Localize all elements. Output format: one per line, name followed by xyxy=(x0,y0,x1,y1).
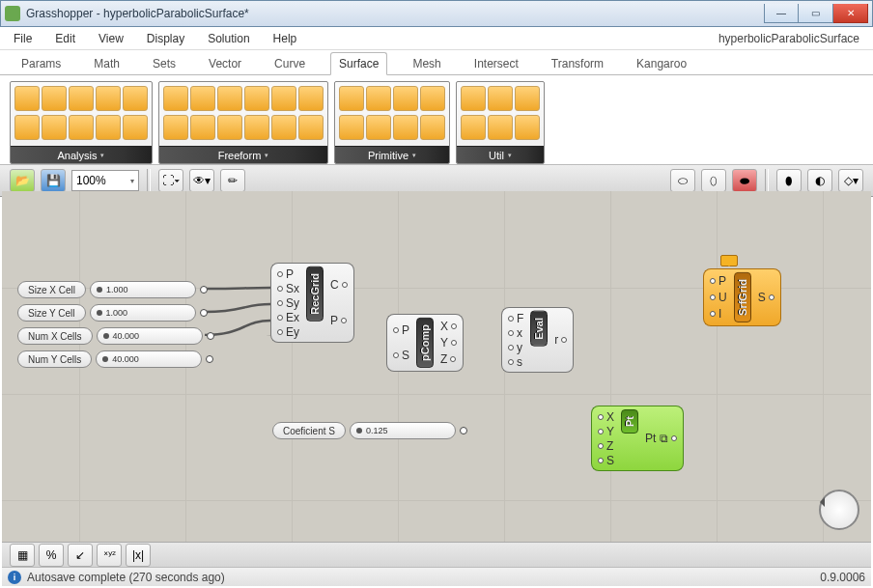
component-icon[interactable] xyxy=(461,115,486,140)
output-port[interactable]: Pt ⧉ xyxy=(645,432,677,446)
tool-icon[interactable]: |x| xyxy=(126,544,151,567)
palette-label[interactable]: Freeform xyxy=(159,146,327,163)
warning-bubble-icon[interactable] xyxy=(720,255,738,266)
component-recgrid[interactable]: PSxSyExEy RecGrid CP xyxy=(270,263,354,343)
tool-icon[interactable]: % xyxy=(39,544,64,567)
input-port[interactable]: S xyxy=(393,348,409,362)
input-port[interactable]: Z xyxy=(598,438,614,453)
palette-label[interactable]: Util xyxy=(457,146,544,163)
preview-off-button[interactable]: ⬭ xyxy=(670,169,695,192)
tab-vector[interactable]: Vector xyxy=(201,53,249,74)
number-slider[interactable]: Num Y Cells 40.000 xyxy=(17,350,213,369)
component-pcomp[interactable]: PS pComp XYZ xyxy=(386,314,464,372)
component-icon[interactable] xyxy=(14,115,40,140)
component-icon[interactable] xyxy=(488,115,513,140)
output-port[interactable]: X xyxy=(440,319,457,333)
input-port[interactable]: X xyxy=(598,409,614,424)
menu-view[interactable]: View xyxy=(99,32,124,45)
component-icon[interactable] xyxy=(123,115,148,140)
number-slider[interactable]: Coeficient S 0.125 xyxy=(272,421,467,440)
tab-params[interactable]: Params xyxy=(14,53,69,74)
input-port[interactable]: F xyxy=(508,311,523,325)
component-icon[interactable] xyxy=(42,86,67,111)
component-icon[interactable] xyxy=(271,115,296,140)
zoom-extents-button[interactable]: ⛶▾ xyxy=(158,169,183,192)
output-port[interactable]: Z xyxy=(440,352,457,367)
sketch-button[interactable]: ✏ xyxy=(220,169,245,192)
component-icon[interactable] xyxy=(339,86,364,111)
output-port[interactable]: P xyxy=(330,314,348,328)
input-port[interactable]: Ey xyxy=(277,324,299,339)
component-icon[interactable] xyxy=(244,86,269,111)
component-icon[interactable] xyxy=(96,86,121,111)
component-icon[interactable] xyxy=(366,86,391,111)
tool-icon[interactable]: ▦ xyxy=(10,544,35,567)
tab-curve[interactable]: Curve xyxy=(267,53,313,74)
component-icon[interactable] xyxy=(488,86,513,111)
input-port[interactable]: P xyxy=(277,266,299,281)
input-port[interactable]: P xyxy=(393,322,409,337)
input-port[interactable]: s xyxy=(508,354,523,369)
component-icon[interactable] xyxy=(163,115,188,140)
input-port[interactable]: x xyxy=(508,325,523,340)
input-port[interactable]: Ex xyxy=(277,310,299,324)
component-icon[interactable] xyxy=(244,115,269,140)
number-slider[interactable]: Num X Cells 40.000 xyxy=(17,326,214,346)
slider-track[interactable]: 40.000 xyxy=(97,327,203,345)
number-slider[interactable]: Size Y Cell 1.000 xyxy=(17,303,208,322)
close-button[interactable]: ✕ xyxy=(833,4,868,23)
output-port[interactable]: r xyxy=(554,333,567,348)
component-icon[interactable] xyxy=(190,86,215,111)
component-icon[interactable] xyxy=(42,115,67,140)
tab-intersect[interactable]: Intersect xyxy=(466,53,526,74)
component-icon[interactable] xyxy=(69,115,94,140)
menu-help[interactable]: Help xyxy=(273,32,297,45)
component-icon[interactable] xyxy=(366,115,391,140)
input-port[interactable]: S xyxy=(598,453,614,467)
maximize-button[interactable]: ▭ xyxy=(799,4,833,23)
menu-file[interactable]: File xyxy=(14,32,32,45)
preview-mode-button[interactable]: 👁▾ xyxy=(189,169,214,192)
input-port[interactable]: U xyxy=(710,290,727,304)
output-port[interactable] xyxy=(207,332,214,340)
menu-display[interactable]: Display xyxy=(147,32,184,45)
slider-track[interactable]: 40.000 xyxy=(96,350,202,368)
tab-mesh[interactable]: Mesh xyxy=(405,53,448,74)
component-icon[interactable] xyxy=(420,115,445,140)
component-icon[interactable] xyxy=(96,115,121,140)
slider-track[interactable]: 1.000 xyxy=(90,304,196,322)
input-port[interactable]: P xyxy=(710,273,727,288)
minimize-button[interactable]: — xyxy=(764,4,799,23)
menu-edit[interactable]: Edit xyxy=(55,32,75,45)
component-icon[interactable] xyxy=(14,86,40,111)
input-port[interactable]: I xyxy=(710,307,727,322)
output-port[interactable] xyxy=(460,427,467,434)
palette-label[interactable]: Analysis xyxy=(11,146,152,163)
output-port[interactable]: Y xyxy=(440,335,457,350)
component-icon[interactable] xyxy=(190,115,215,140)
component-icon[interactable] xyxy=(461,86,486,111)
input-port[interactable]: Sy xyxy=(277,295,299,310)
canvas-compass[interactable] xyxy=(819,490,859,530)
output-port[interactable]: S xyxy=(758,290,774,304)
component-icon[interactable] xyxy=(339,115,364,140)
tab-math[interactable]: Math xyxy=(86,53,127,74)
component-icon[interactable] xyxy=(298,115,324,140)
input-port[interactable]: Sx xyxy=(277,281,299,295)
tab-kangaroo[interactable]: Kangaroo xyxy=(629,53,694,74)
tab-sets[interactable]: Sets xyxy=(145,53,183,74)
output-port[interactable] xyxy=(200,286,208,294)
number-slider[interactable]: Size X Cell 1.000 xyxy=(17,280,208,299)
preview-shaded-button[interactable]: ⬬ xyxy=(732,169,757,192)
output-port[interactable] xyxy=(206,355,213,363)
component-pt[interactable]: XYZS Pt Pt ⧉ xyxy=(591,406,684,471)
preview-mesh-button[interactable]: ◐ xyxy=(807,169,832,192)
preview-selected-button[interactable]: ⬮ xyxy=(776,169,802,192)
component-icon[interactable] xyxy=(393,115,418,140)
tab-transform[interactable]: Transform xyxy=(544,53,611,74)
input-port[interactable]: y xyxy=(508,340,523,354)
open-button[interactable]: 📂 xyxy=(10,169,35,192)
save-button[interactable]: 💾 xyxy=(41,169,66,192)
zoom-combo[interactable]: 100% xyxy=(71,170,139,191)
preview-wire-button[interactable]: ⬯ xyxy=(701,169,726,192)
